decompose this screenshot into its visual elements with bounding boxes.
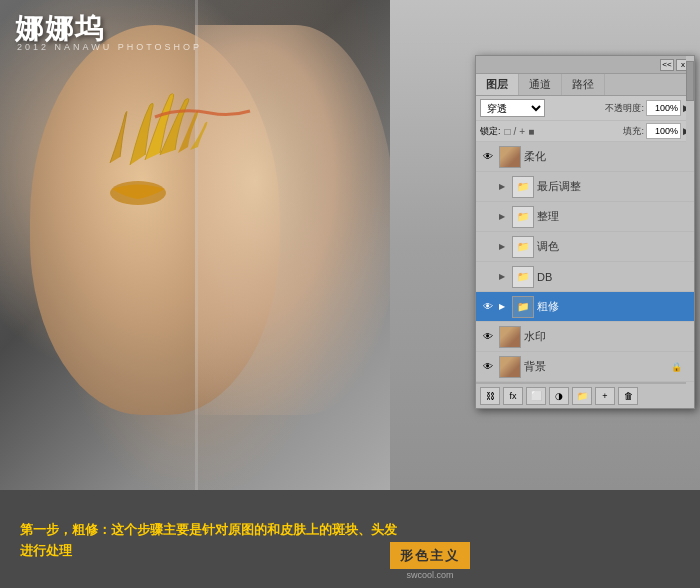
fill-row: 填充: ▶	[623, 123, 690, 139]
blend-opacity-row: 穿透 正常 溶解 正片叠底 滤色 不透明度: ▶	[476, 96, 694, 121]
layer-name: 调色	[537, 239, 682, 254]
lock-position-icon[interactable]: +	[519, 126, 525, 137]
opacity-input[interactable]	[646, 100, 681, 116]
lock-pixels-icon[interactable]: /	[514, 126, 517, 137]
yellow-paint-overlay	[70, 85, 250, 209]
watermark-sub: swcool.com	[390, 570, 470, 580]
panel-header: << x	[476, 56, 694, 74]
lock-icons: □ / + ■	[505, 126, 535, 137]
layer-visibility-toggle[interactable]: 👁	[480, 299, 496, 315]
add-mask-button[interactable]: ⬜	[526, 387, 546, 405]
layer-name: DB	[537, 271, 682, 283]
layer-name: 最后调整	[537, 179, 682, 194]
layer-visibility-toggle[interactable]: 👁	[480, 149, 496, 165]
panel-bottom-toolbar: ⛓ fx ⬜ ◑ 📁 + 🗑	[476, 383, 694, 408]
tab-channels[interactable]: 通道	[519, 74, 562, 95]
layer-lock-indicator: 🔒	[671, 362, 682, 372]
opacity-label: 不透明度:	[605, 102, 644, 115]
blend-mode-dropdown[interactable]: 穿透 正常 溶解 正片叠底 滤色	[480, 99, 545, 117]
fill-input[interactable]	[646, 123, 681, 139]
watermark-text: 形色主义	[400, 548, 460, 563]
layer-expand-arrow[interactable]: ▶	[499, 212, 509, 221]
tab-paths[interactable]: 路径	[562, 74, 605, 95]
layer-thumbnail: 📁	[512, 236, 534, 258]
lock-fill-row: 锁定: □ / + ■ 填充: ▶	[476, 121, 694, 142]
layer-name: 背景	[524, 359, 668, 374]
add-style-button[interactable]: fx	[503, 387, 523, 405]
layer-item[interactable]: 👁 ▶ 📁 最后调整	[476, 172, 694, 202]
photoshop-layers-panel: << x 图层 通道 路径 穿透 正常 溶解 正片叠底 滤色	[475, 55, 695, 409]
layer-item-selected[interactable]: 👁 ▶ 📁 粗修	[476, 292, 694, 322]
new-group-button[interactable]: 📁	[572, 387, 592, 405]
delete-layer-button[interactable]: 🗑	[618, 387, 638, 405]
layer-item[interactable]: 👁 水印	[476, 322, 694, 352]
layer-thumbnail: 📁	[512, 296, 534, 318]
layers-list: 👁 柔化 👁 ▶ 📁 最后调整 👁 ▶ 📁 整理 👁 ▶	[476, 142, 694, 383]
face-right-retouched	[195, 25, 390, 415]
split-line	[195, 0, 198, 490]
layer-thumbnail: 📁	[512, 266, 534, 288]
lock-all-icon[interactable]: ■	[528, 126, 534, 137]
watermark-area: 形色主义 swcool.com	[390, 542, 470, 580]
layer-item[interactable]: 👁 ▶ 📁 调色	[476, 232, 694, 262]
layer-expand-arrow[interactable]: ▶	[499, 242, 509, 251]
layer-name: 柔化	[524, 149, 682, 164]
tab-layers[interactable]: 图层	[476, 74, 519, 95]
layer-item[interactable]: 👁 ▶ 📁 DB	[476, 262, 694, 292]
layer-visibility-toggle[interactable]: 👁	[480, 329, 496, 345]
opacity-row: 不透明度: ▶	[605, 100, 690, 116]
layer-name: 水印	[524, 329, 682, 344]
caption-line1: 第一步，粗修：这个步骤主要是针对原图的和皮肤上的斑块、头发	[20, 518, 397, 541]
photo-background	[0, 0, 390, 490]
lock-transparent-icon[interactable]: □	[505, 126, 511, 137]
main-container: 娜娜坞 2012 NANAWU PHOTOSHOP << x 图层 通道 路径	[0, 0, 700, 588]
link-layers-button[interactable]: ⛓	[480, 387, 500, 405]
new-layer-button[interactable]: +	[595, 387, 615, 405]
layer-name: 粗修	[537, 299, 682, 314]
layer-thumbnail	[499, 356, 521, 378]
layer-thumbnail	[499, 146, 521, 168]
new-adjustment-button[interactable]: ◑	[549, 387, 569, 405]
layer-item[interactable]: 👁 ▶ 📁 整理	[476, 202, 694, 232]
layer-thumbnail: 📁	[512, 206, 534, 228]
panel-tabs: 图层 通道 路径	[476, 74, 694, 96]
watermark-box: 形色主义	[390, 542, 470, 569]
layer-expand-arrow[interactable]: ▶	[499, 302, 509, 311]
caption-area: 第一步，粗修：这个步骤主要是针对原图的和皮肤上的斑块、头发 进行处理	[20, 500, 397, 578]
layer-expand-arrow[interactable]: ▶	[499, 182, 509, 191]
fill-label: 填充:	[623, 125, 644, 138]
caption-line2: 进行处理	[20, 542, 397, 560]
bottom-bar: 第一步，粗修：这个步骤主要是针对原图的和皮肤上的斑块、头发 进行处理	[0, 490, 700, 588]
layer-expand-arrow[interactable]: ▶	[499, 272, 509, 281]
logo-subtitle: 2012 NANAWU PHOTOSHOP	[17, 42, 202, 52]
panel-collapse-button[interactable]: <<	[660, 59, 674, 71]
lock-label: 锁定:	[480, 125, 501, 138]
layer-visibility-toggle[interactable]: 👁	[480, 359, 496, 375]
layer-item[interactable]: 👁 柔化	[476, 142, 694, 172]
layer-item[interactable]: 👁 背景 🔒	[476, 352, 694, 382]
layer-thumbnail	[499, 326, 521, 348]
layer-thumbnail: 📁	[512, 176, 534, 198]
layer-name: 整理	[537, 209, 682, 224]
